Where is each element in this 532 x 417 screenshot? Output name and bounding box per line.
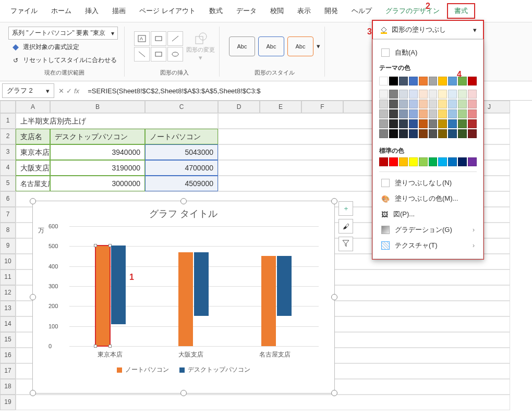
color-swatch[interactable] (468, 119, 477, 128)
picture-fill[interactable]: 🖼 図(P)... (379, 206, 477, 222)
color-swatch[interactable] (399, 100, 408, 108)
color-swatch[interactable] (438, 90, 447, 99)
color-swatch[interactable] (399, 109, 408, 118)
cell[interactable]: ノートパソコン (145, 129, 218, 144)
row-header[interactable]: 2 (0, 129, 16, 144)
menu-review[interactable]: 校閲 (264, 4, 290, 18)
fill-auto[interactable]: 自動(A) (379, 45, 477, 60)
color-swatch[interactable] (379, 129, 388, 138)
color-swatch[interactable] (448, 129, 457, 138)
chart-elements-button[interactable]: ＋ (338, 201, 353, 216)
row-header[interactable]: 3 (0, 144, 16, 160)
color-swatch[interactable] (438, 77, 447, 85)
cell[interactable]: 名古屋支店 (16, 176, 50, 191)
shape-style-3[interactable]: Abc (287, 36, 313, 56)
chart-bar[interactable] (95, 246, 110, 346)
chart-title[interactable]: グラフ タイトル (33, 201, 334, 226)
cell[interactable]: 4509000 (145, 176, 218, 191)
menu-data[interactable]: データ (230, 4, 263, 18)
color-swatch[interactable] (429, 119, 438, 128)
cell[interactable]: 3000000 (50, 176, 145, 191)
color-swatch[interactable] (438, 157, 447, 166)
chart-styles-button[interactable]: 🖌 (338, 219, 353, 234)
shape-style-1[interactable]: Abc (229, 36, 255, 56)
texture-fill[interactable]: テクスチャ(T) › (379, 238, 477, 253)
color-swatch[interactable] (389, 157, 398, 166)
cell[interactable]: 東京本店 (16, 144, 50, 160)
row-header[interactable]: 12 (0, 285, 16, 301)
color-swatch[interactable] (468, 157, 477, 166)
menu-chart-design[interactable]: グラフのデザイン (379, 4, 446, 18)
chart-legend[interactable]: ノートパソコン デスクトップパソコン (33, 359, 334, 381)
chevron-down-icon[interactable]: ▾ (317, 42, 320, 50)
cell[interactable]: 支店名 (16, 129, 50, 144)
color-swatch[interactable] (389, 100, 398, 108)
shape-style-2[interactable]: Abc (258, 36, 284, 56)
shape-textbox-icon[interactable]: A (134, 31, 150, 46)
shape-line-icon[interactable] (167, 31, 183, 46)
cell[interactable]: 4700000 (145, 160, 218, 176)
color-swatch[interactable] (458, 100, 467, 108)
row-header[interactable]: 17 (0, 363, 16, 379)
cell[interactable]: 上半期支店別売上げ (16, 113, 218, 129)
color-swatch[interactable] (409, 90, 418, 99)
shape-oval-icon[interactable] (167, 47, 183, 62)
resize-handle[interactable] (331, 390, 337, 396)
row-header[interactable]: 14 (0, 316, 16, 332)
shape-rect-icon[interactable] (151, 31, 166, 46)
shape-gallery[interactable]: A (134, 31, 183, 62)
color-swatch[interactable] (409, 77, 418, 85)
menu-formulas[interactable]: 数式 (203, 4, 229, 18)
row-header[interactable]: 9 (0, 238, 16, 254)
color-swatch[interactable] (448, 119, 457, 128)
resize-handle[interactable] (331, 198, 337, 204)
fx-icon[interactable]: fx (74, 87, 79, 95)
reset-style-button[interactable]: ↺ リセットしてスタイルに合わせる (8, 55, 120, 66)
name-box[interactable]: グラフ 2 ▾ (2, 83, 54, 98)
color-swatch[interactable] (409, 119, 418, 128)
cell[interactable]: 3190000 (50, 160, 145, 176)
color-swatch[interactable] (448, 90, 457, 99)
select-all[interactable] (0, 101, 16, 113)
color-swatch[interactable] (419, 109, 428, 118)
resize-handle[interactable] (331, 294, 337, 300)
color-swatch[interactable] (379, 100, 388, 108)
color-swatch[interactable] (389, 77, 398, 85)
menu-home[interactable]: ホーム (45, 4, 78, 18)
chart-filter-button[interactable] (338, 237, 353, 251)
color-swatch[interactable] (468, 109, 477, 118)
color-swatch[interactable] (399, 90, 408, 99)
color-swatch[interactable] (458, 90, 467, 99)
chart-bar[interactable] (194, 252, 209, 316)
row-header[interactable]: 11 (0, 269, 16, 285)
row-header[interactable]: 15 (0, 332, 16, 348)
row-header[interactable]: 6 (0, 191, 16, 207)
row-header[interactable]: 18 (0, 379, 16, 395)
menu-help[interactable]: ヘルプ (345, 4, 378, 18)
cell[interactable]: 大阪支店 (16, 160, 50, 176)
color-swatch[interactable] (409, 100, 418, 108)
color-swatch[interactable] (429, 129, 438, 138)
color-swatch[interactable] (379, 77, 388, 85)
col-header[interactable]: B (50, 101, 145, 113)
row-header[interactable]: 10 (0, 254, 16, 269)
color-swatch[interactable] (409, 129, 418, 138)
format-selection-button[interactable]: 選択対象の書式設定 (8, 42, 82, 53)
chart-bar[interactable] (111, 246, 126, 324)
chart-plot[interactable]: 万 0100200300400500600 (69, 226, 319, 346)
chart-object[interactable]: ＋ 🖌 グラフ タイトル 万 0100200300400500600 東京本店 … (32, 201, 335, 394)
color-swatch[interactable] (399, 119, 408, 128)
color-swatch[interactable] (429, 90, 438, 99)
color-swatch[interactable] (468, 100, 477, 108)
resize-handle[interactable] (180, 390, 187, 396)
col-header[interactable]: C (145, 101, 218, 113)
color-swatch[interactable] (419, 77, 428, 85)
cell[interactable] (16, 395, 510, 410)
col-header[interactable]: A (16, 101, 50, 113)
menu-page-layout[interactable]: ページ レイアウト (133, 4, 202, 18)
color-swatch[interactable] (419, 100, 428, 108)
color-swatch[interactable] (419, 129, 428, 138)
color-swatch[interactable] (438, 129, 447, 138)
color-swatch[interactable] (429, 100, 438, 108)
col-header[interactable]: D (218, 101, 260, 113)
